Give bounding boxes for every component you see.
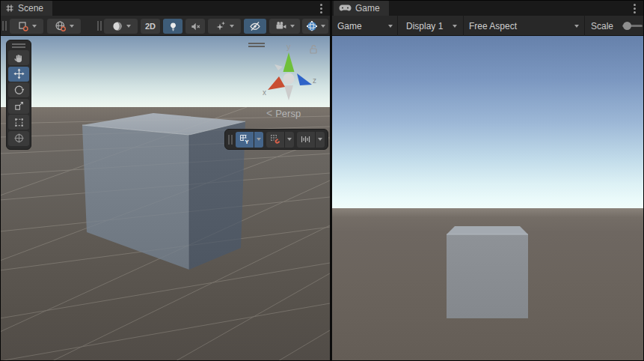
rect-tool-icon	[13, 117, 25, 128]
increment-snap-icon	[300, 133, 312, 145]
scale-tool-button[interactable]	[8, 99, 29, 114]
axis-z-label: z	[313, 76, 316, 85]
dropdown-arrow-icon	[318, 138, 322, 141]
scene-camera-button[interactable]	[269, 19, 300, 34]
grid-visibility-button[interactable]: Y	[236, 132, 263, 148]
scene-panel: Scene	[0, 0, 330, 361]
snap-increment-button[interactable]	[297, 132, 325, 148]
orientation-gizmo[interactable]: y x z	[259, 42, 319, 103]
tab-game[interactable]: Game	[334, 0, 389, 16]
dropdown-arrow-icon	[257, 138, 261, 141]
shaded-sphere-icon	[111, 20, 123, 32]
aspect-ratio-dropdown[interactable]: Free Aspect	[464, 16, 585, 36]
scene-menu-kebab-icon[interactable]	[316, 3, 326, 14]
light-bulb-icon	[168, 21, 179, 32]
scene-viewport[interactable]: y x z < Persp	[0, 36, 330, 361]
axis-z-cone[interactable]	[297, 73, 312, 85]
handle-orientation-button[interactable]	[47, 19, 81, 34]
2d-toggle-button[interactable]: 2D	[141, 19, 160, 34]
projection-toggle[interactable]: < Persp	[266, 107, 301, 119]
move-tool-button[interactable]	[8, 67, 29, 82]
dropdown-arrow-icon	[321, 25, 325, 28]
game-viewport[interactable]	[332, 36, 644, 361]
scene-tab-label: Scene	[18, 3, 43, 13]
move-icon	[13, 68, 25, 79]
toolbar-grip[interactable]	[97, 21, 102, 31]
effects-button[interactable]	[208, 19, 241, 34]
aspect-label: Free Aspect	[469, 21, 517, 31]
axis-y-label: y	[286, 42, 291, 51]
dropdown-arrow-icon	[388, 25, 393, 28]
tab-scene[interactable]: Scene	[0, 0, 52, 16]
grid-axis-label: Y	[245, 139, 248, 145]
gizmo-sphere-icon	[306, 20, 318, 32]
tool-settings-button[interactable]	[10, 19, 43, 34]
camera-icon	[275, 20, 287, 32]
dropdown-arrow-icon	[287, 138, 292, 141]
display-label: Display 1	[406, 21, 443, 31]
play-target-dropdown[interactable]: Game	[332, 16, 398, 36]
axis-y-cone[interactable]	[283, 52, 295, 72]
rect-tool-button[interactable]	[8, 115, 29, 130]
pivot-icon	[17, 20, 29, 32]
2d-label: 2D	[145, 22, 156, 31]
scene-lighting-button[interactable]	[163, 19, 183, 34]
overlay-grip[interactable]	[12, 43, 25, 48]
snap-magnet-button[interactable]	[266, 132, 294, 148]
audio-mute-button[interactable]	[185, 19, 205, 34]
display-dropdown[interactable]: Display 1	[398, 16, 464, 36]
gamepad-icon	[339, 4, 352, 13]
scene-visibility-button[interactable]	[244, 19, 266, 34]
scale-slider-knob[interactable]	[623, 22, 631, 30]
view-hand-tool-button[interactable]	[8, 50, 29, 65]
axis-negative-cone	[275, 64, 283, 70]
scale-label: Scale	[591, 21, 613, 31]
transform-tool-button[interactable]	[8, 131, 29, 146]
unity-editor: Scene	[0, 0, 644, 361]
persp-chevron-icon: <	[266, 107, 272, 119]
play-target-label: Game	[337, 21, 362, 31]
hand-icon	[13, 52, 25, 64]
globe-icon	[55, 20, 67, 32]
game-tab-bar: Game	[332, 0, 644, 16]
rotate-tool-button[interactable]	[8, 82, 29, 97]
axis-x-cone[interactable]	[268, 76, 285, 90]
game-toolbar: Game Display 1 Free Aspect Scale	[332, 16, 644, 36]
dropdown-arrow-icon	[230, 25, 234, 28]
dropdown-arrow-icon	[290, 25, 295, 28]
axis-negative-y-cone	[284, 85, 293, 100]
overlay-grip[interactable]	[228, 135, 233, 145]
transform-icon	[13, 133, 25, 144]
scale-control: Scale	[585, 16, 644, 36]
tools-overlay	[6, 40, 31, 150]
scale-icon	[13, 100, 25, 112]
speaker-mute-icon	[190, 21, 201, 32]
gizmos-button[interactable]	[302, 19, 328, 34]
dropdown-arrow-icon	[453, 25, 457, 28]
rotate-icon	[13, 85, 25, 96]
scene-tab-bar: Scene	[0, 0, 330, 16]
dropdown-arrow-icon	[574, 25, 579, 28]
scene-grid-icon	[5, 4, 14, 13]
toolbar-grip[interactable]	[2, 21, 7, 31]
grid-y-icon: Y	[239, 133, 251, 145]
scene-toolbar: 2D	[0, 16, 330, 36]
game-panel: Game Game Display 1 Free Aspect Scale	[332, 0, 644, 361]
axis-x-label: x	[263, 88, 266, 97]
grid-snap-overlay: Y	[224, 129, 328, 150]
game-sky	[332, 36, 644, 208]
snap-magnet-icon	[269, 133, 281, 145]
dropdown-arrow-icon	[126, 25, 131, 28]
game-menu-kebab-icon[interactable]	[629, 3, 640, 14]
dropdown-arrow-icon	[32, 25, 37, 28]
game-cube	[444, 223, 531, 321]
persp-label-text: Persp	[275, 108, 301, 119]
eye-slash-icon	[249, 20, 261, 32]
dropdown-arrow-icon	[70, 25, 74, 28]
game-tab-label: Game	[355, 3, 380, 13]
gizmo-center[interactable]	[283, 73, 295, 85]
draw-mode-button[interactable]	[104, 19, 138, 34]
effects-sparkle-icon	[215, 20, 227, 32]
